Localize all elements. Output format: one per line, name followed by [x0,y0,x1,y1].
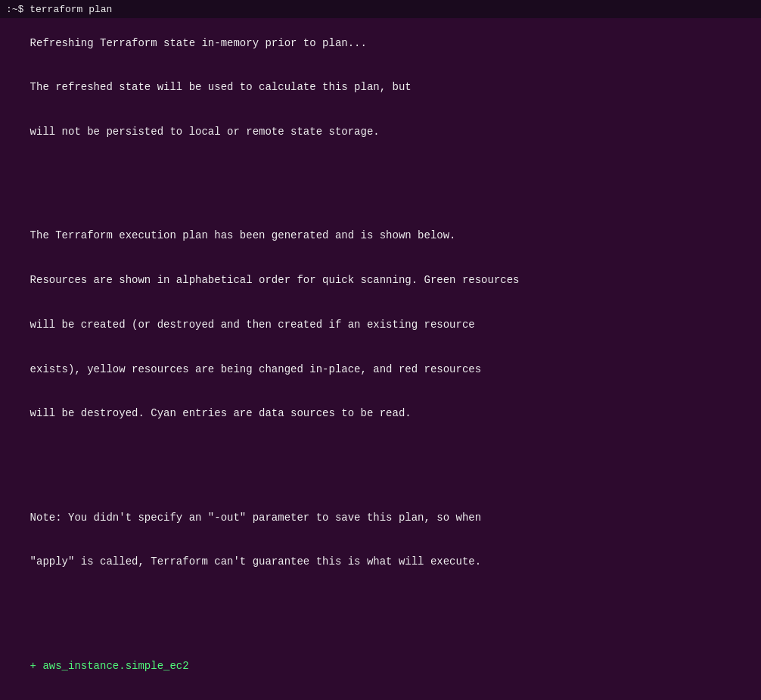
line-execution: The Terraform execution plan has been ge… [30,229,456,241]
line-note1: Note: You didn't specify an "-out" param… [30,512,482,524]
title-bar: :~$ terraform plan [0,0,761,18]
line-destroyed: will be destroyed. Cyan entries are data… [30,407,412,419]
resource-header: + aws_instance.simple_ec2 [30,660,189,672]
line-persisted: will not be persisted to local or remote… [30,126,380,138]
line-refresh: Refreshing Terraform state in-memory pri… [30,37,367,49]
title-bar-text: :~$ terraform plan [6,4,112,15]
line-refreshed: The refreshed state will be used to calc… [30,81,412,93]
line-created: will be created (or destroyed and then c… [30,319,475,331]
line-yellow: exists), yellow resources are being chan… [30,363,482,375]
terminal-content: Refreshing Terraform state in-memory pri… [0,18,761,700]
line-resources: Resources are shown in alphabetical orde… [30,274,520,286]
line-note2: "apply" is called, Terraform can't guara… [30,555,482,568]
terminal-window: :~$ terraform plan Refreshing Terraform … [0,0,761,700]
